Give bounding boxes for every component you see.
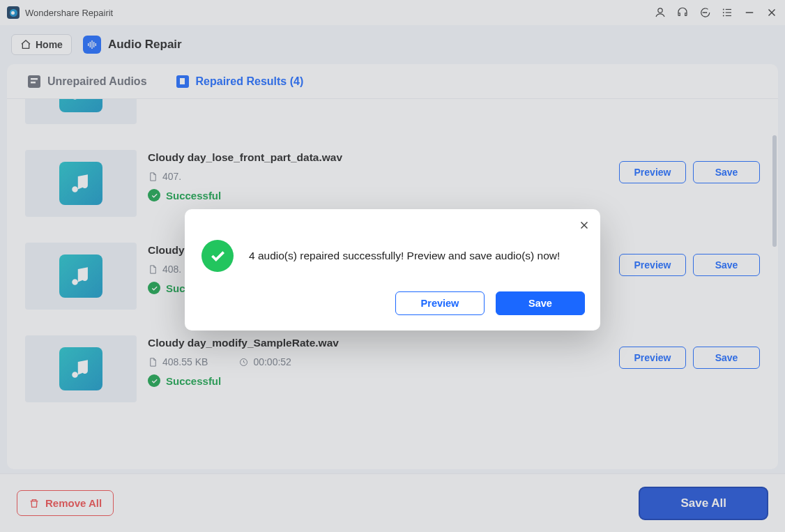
close-icon <box>578 219 590 231</box>
success-modal: 4 audio(s) repaired successfully! Previe… <box>185 209 600 330</box>
modal-preview-button[interactable]: Preview <box>395 291 485 315</box>
success-check-icon <box>201 240 234 272</box>
modal-message: 4 audio(s) repaired successfully! Previe… <box>249 250 560 262</box>
modal-save-button[interactable]: Save <box>496 291 585 315</box>
modal-close-button[interactable] <box>578 219 590 234</box>
modal-overlay: 4 audio(s) repaired successfully! Previe… <box>0 0 785 532</box>
